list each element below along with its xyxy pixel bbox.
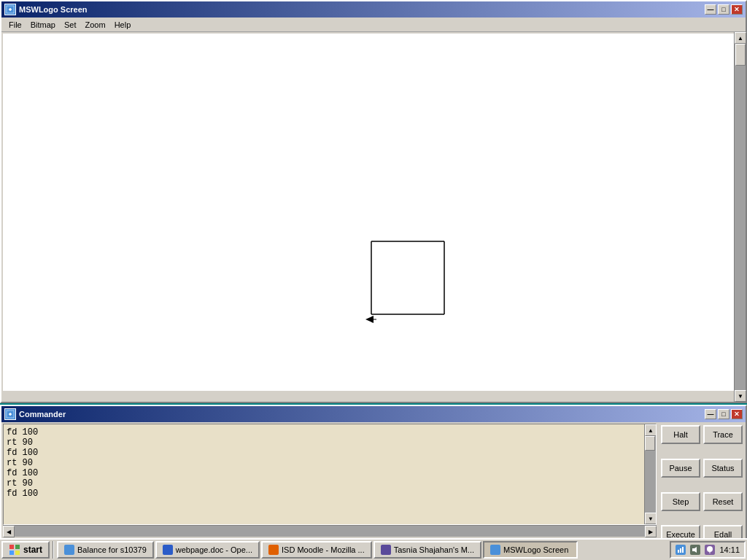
commander-minimize-button[interactable]: — — [705, 409, 716, 419]
taskbar-item-msw[interactable]: MSWLogo Screen — [483, 541, 578, 559]
output-scroll-track — [645, 436, 656, 513]
output-scrollbar[interactable]: ▲ ▼ — [644, 424, 656, 524]
svg-rect-16 — [678, 550, 679, 553]
output-scroll-up[interactable]: ▲ — [645, 424, 657, 436]
status-button[interactable]: Status — [703, 459, 743, 478]
moodle-icon — [268, 545, 279, 555]
menu-set[interactable]: Set — [60, 19, 81, 31]
scroll-track — [735, 44, 746, 390]
msw-maximize-button[interactable]: □ — [718, 4, 729, 15]
commander-maximize-button[interactable]: □ — [718, 409, 729, 419]
hscroll-left[interactable]: ◀ — [3, 526, 15, 537]
menu-zoom[interactable]: Zoom — [81, 19, 110, 31]
tasnia-icon — [381, 545, 391, 555]
command-output: fd 100rt 90fd 100rt 90fd 100rt 90fd 100 … — [3, 424, 657, 525]
commander-titlebar: Commander — □ ✕ — [1, 406, 746, 422]
webpage-icon — [163, 545, 173, 555]
output-line: rt 90 — [7, 438, 653, 448]
msw-screen-window: MSWLogo Screen — □ ✕ File Bitmap Set Zoo… — [0, 0, 747, 403]
taskbar-item-moodle-label: ISD Moodle - Mozilla ... — [282, 545, 365, 554]
msw-canvas — [3, 34, 738, 391]
svg-rect-13 — [15, 545, 20, 549]
msw-minimize-button[interactable]: — — [705, 4, 716, 15]
balance-icon — [64, 545, 74, 555]
svg-rect-12 — [9, 545, 14, 549]
output-line: rt 90 — [7, 478, 653, 489]
taskbar-right: 14:11 — [670, 541, 746, 559]
msw-app-icon — [4, 4, 16, 15]
volume-icon — [690, 545, 700, 555]
output-line: fd 100 — [7, 448, 653, 458]
menu-file[interactable]: File — [4, 19, 26, 31]
reset-button[interactable]: Reset — [703, 492, 743, 511]
svg-marker-19 — [692, 547, 697, 553]
taskbar-item-tasnia[interactable]: Tasnia Shajahan's M... — [374, 541, 481, 559]
taskbar: start Balance for s10379 webpage.doc - O… — [0, 538, 747, 560]
titlebar-left: MSWLogo Screen — [4, 4, 88, 15]
svg-rect-14 — [9, 551, 14, 555]
taskbar-item-balance[interactable]: Balance for s10379 — [57, 541, 154, 559]
taskbar-item-tasnia-label: Tasnia Shajahan's M... — [394, 545, 474, 554]
taskbar-item-webpage[interactable]: webpage.doc - Ope... — [155, 541, 260, 559]
menu-help[interactable]: Help — [110, 19, 136, 31]
output-hscrollbar[interactable]: ◀ ▶ — [3, 525, 657, 537]
svg-rect-17 — [680, 548, 681, 553]
output-lines: fd 100rt 90fd 100rt 90fd 100rt 90fd 100 — [7, 427, 653, 499]
commander-title: Commander — [19, 410, 66, 419]
step-button[interactable]: Step — [661, 492, 700, 511]
hscroll-track — [15, 526, 645, 537]
taskbar-item-balance-label: Balance for s10379 — [77, 545, 147, 554]
scroll-up-button[interactable]: ▲ — [735, 32, 746, 44]
output-line: fd 100 — [7, 468, 653, 478]
clock: 14:11 — [719, 545, 740, 554]
output-scroll-down[interactable]: ▼ — [645, 513, 657, 524]
output-scroll-thumb[interactable] — [645, 436, 655, 451]
svg-rect-18 — [682, 547, 684, 553]
scroll-down-button[interactable]: ▼ — [735, 390, 746, 402]
output-line: rt 90 — [7, 458, 653, 468]
commander-window: Commander — □ ✕ fd 100rt 90fd 100rt 90fd… — [0, 405, 747, 560]
taskbar-item-webpage-label: webpage.doc - Ope... — [176, 545, 252, 554]
taskbar-item-moodle[interactable]: ISD Moodle - Mozilla ... — [261, 541, 372, 559]
commander-titlebar-buttons: — □ ✕ — [705, 409, 743, 419]
msw-close-button[interactable]: ✕ — [731, 4, 743, 15]
msw-screen-titlebar: MSWLogo Screen — □ ✕ — [1, 1, 746, 18]
canvas-svg — [3, 34, 738, 391]
output-line: fd 100 — [7, 427, 653, 438]
commander-app-icon — [4, 408, 16, 420]
hscroll-right[interactable]: ▶ — [645, 526, 657, 537]
pause-button[interactable]: Pause — [661, 459, 700, 478]
msw-taskbar-icon — [490, 545, 500, 555]
trace-button[interactable]: Trace — [703, 425, 743, 444]
scroll-thumb[interactable] — [735, 44, 746, 66]
output-line: fd 100 — [7, 489, 653, 499]
taskbar-divider — [53, 541, 54, 559]
taskbar-item-msw-label: MSWLogo Screen — [503, 545, 568, 554]
network-icon — [676, 545, 686, 555]
commander-titlebar-left: Commander — [4, 408, 66, 420]
systray: 14:11 — [670, 541, 746, 559]
balloon-icon — [705, 545, 715, 555]
svg-rect-15 — [15, 551, 20, 555]
halt-button[interactable]: Halt — [661, 425, 700, 444]
msw-titlebar-buttons: — □ ✕ — [705, 4, 743, 15]
start-button[interactable]: start — [1, 541, 50, 559]
commander-close-button[interactable]: ✕ — [731, 409, 743, 419]
msw-canvas-scrollbar[interactable]: ▲ ▼ — [734, 32, 746, 402]
menu-bitmap[interactable]: Bitmap — [26, 19, 60, 31]
start-label: start — [23, 545, 42, 555]
msw-screen-title: MSWLogo Screen — [19, 5, 88, 14]
msw-menubar: File Bitmap Set Zoom Help — [1, 18, 746, 32]
windows-logo-icon — [9, 544, 20, 556]
svg-point-20 — [707, 546, 713, 552]
